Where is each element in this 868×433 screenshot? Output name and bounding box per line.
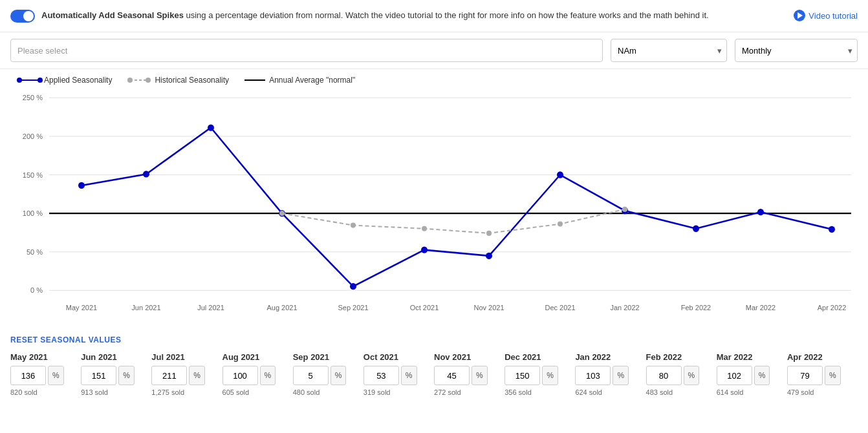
- reset-link[interactable]: RESET SEASONAL VALUES: [0, 330, 131, 350]
- svg-point-28: [78, 182, 85, 189]
- month-col: Apr 2022%479 sold: [787, 352, 858, 396]
- svg-text:100 %: 100 %: [23, 209, 43, 217]
- month-col: Dec 2021%356 sold: [505, 352, 575, 396]
- input-row: %: [646, 366, 717, 385]
- input-row: %: [81, 366, 151, 385]
- svg-point-42: [422, 226, 427, 231]
- sold-label: 1,275 sold: [151, 388, 222, 396]
- seasonal-spikes-toggle[interactable]: [10, 10, 35, 23]
- percent-label: %: [118, 366, 135, 385]
- input-row: %: [10, 366, 81, 385]
- video-tutorial-label: Video tutorial: [808, 11, 858, 21]
- svg-text:Oct 2021: Oct 2021: [410, 304, 439, 312]
- sold-label: 605 sold: [222, 388, 293, 396]
- legend-historical-label: Historical Seasonality: [155, 76, 229, 85]
- value-input[interactable]: [717, 366, 752, 385]
- svg-point-43: [486, 231, 492, 236]
- value-input[interactable]: [151, 366, 187, 385]
- month-col: Oct 2021%319 sold: [363, 352, 434, 396]
- svg-point-30: [208, 124, 214, 131]
- percent-label: %: [260, 366, 276, 385]
- svg-text:Mar 2022: Mar 2022: [746, 304, 776, 312]
- month-label: Feb 2022: [646, 352, 717, 362]
- toggle-desc: using a percentage deviation from normal…: [184, 10, 709, 20]
- value-input[interactable]: [363, 366, 399, 385]
- video-tutorial-link[interactable]: Video tutorial: [794, 10, 858, 21]
- region-select[interactable]: NAm EU: [611, 39, 727, 62]
- month-label: Jan 2022: [575, 352, 646, 362]
- input-row: %: [505, 366, 575, 385]
- value-input[interactable]: [646, 366, 682, 385]
- input-row: %: [717, 366, 787, 385]
- input-row: %: [151, 366, 222, 385]
- month-label: Jun 2021: [81, 352, 151, 362]
- percent-label: %: [684, 366, 700, 385]
- sold-label: 820 sold: [10, 388, 81, 396]
- value-input[interactable]: [505, 366, 540, 385]
- month-col: Mar 2022%614 sold: [717, 352, 787, 396]
- svg-text:Jun 2021: Jun 2021: [131, 304, 160, 312]
- svg-text:150 %: 150 %: [23, 171, 43, 178]
- chart-svg: 250 % 200 % 150 % 100 % 50 % 0 % May 202…: [10, 91, 858, 330]
- month-label: Jul 2021: [151, 352, 222, 362]
- value-input[interactable]: [10, 366, 46, 385]
- sold-label: 480 sold: [293, 388, 363, 396]
- month-label: Nov 2021: [434, 352, 505, 362]
- value-input[interactable]: [575, 366, 611, 385]
- input-row: %: [575, 366, 646, 385]
- period-select[interactable]: Daily Weekly Monthly Yearly: [735, 39, 858, 62]
- percent-label: %: [754, 366, 770, 385]
- historical-line-svg: [127, 77, 151, 83]
- sold-label: 913 sold: [81, 388, 151, 396]
- input-row: %: [222, 366, 293, 385]
- svg-text:200 %: 200 %: [23, 132, 43, 140]
- month-label: Oct 2021: [363, 352, 434, 362]
- svg-text:Nov 2021: Nov 2021: [473, 304, 504, 312]
- chart-area: 250 % 200 % 150 % 100 % 50 % 0 % May 202…: [0, 91, 868, 330]
- percent-label: %: [472, 366, 488, 385]
- value-input[interactable]: [222, 366, 258, 385]
- value-input[interactable]: [293, 366, 329, 385]
- value-input[interactable]: [434, 366, 470, 385]
- percent-label: %: [48, 366, 64, 385]
- chart-legend: Applied Seasonality Historical Seasonali…: [0, 69, 868, 91]
- input-row: %: [363, 366, 434, 385]
- month-col: Aug 2021%605 sold: [222, 352, 293, 396]
- controls-row: Please select NAm EU Daily Weekly Monthl…: [0, 32, 868, 69]
- sold-label: 319 sold: [363, 388, 434, 396]
- svg-text:Jul 2021: Jul 2021: [197, 304, 224, 312]
- svg-text:250 %: 250 %: [23, 94, 43, 101]
- month-col: Nov 2021%272 sold: [434, 352, 505, 396]
- toggle-section: Automatically Add Seasonal Spikes using …: [10, 9, 786, 23]
- svg-point-37: [693, 226, 699, 232]
- svg-point-2: [146, 78, 151, 83]
- month-label: Aug 2021: [222, 352, 293, 362]
- top-bar: Automatically Add Seasonal Spikes using …: [0, 0, 868, 32]
- value-input[interactable]: [81, 366, 116, 385]
- svg-point-34: [486, 253, 492, 259]
- svg-text:Dec 2021: Dec 2021: [545, 304, 575, 312]
- product-select[interactable]: Please select: [10, 39, 603, 62]
- svg-text:50 %: 50 %: [27, 248, 43, 256]
- sold-label: 483 sold: [646, 388, 717, 396]
- legend-average: Annual Average "normal": [244, 76, 355, 85]
- bottom-values: May 2021%820 soldJun 2021%913 soldJul 20…: [0, 350, 868, 407]
- svg-text:Apr 2022: Apr 2022: [818, 304, 847, 312]
- svg-point-1: [127, 78, 133, 83]
- percent-label: %: [542, 366, 558, 385]
- sold-label: 614 sold: [717, 388, 787, 396]
- month-label: Apr 2022: [787, 352, 858, 362]
- svg-text:Aug 2021: Aug 2021: [266, 304, 297, 312]
- month-col: May 2021%820 sold: [10, 352, 81, 396]
- month-label: Dec 2021: [505, 352, 575, 362]
- input-row: %: [787, 366, 858, 385]
- month-col: Feb 2022%483 sold: [646, 352, 717, 396]
- svg-point-45: [622, 207, 627, 212]
- svg-text:Jan 2022: Jan 2022: [610, 304, 639, 312]
- percent-label: %: [613, 366, 629, 385]
- svg-point-39: [829, 226, 835, 233]
- month-label: May 2021: [10, 352, 81, 362]
- value-input[interactable]: [787, 366, 823, 385]
- values-table: May 2021%820 soldJun 2021%913 soldJul 20…: [10, 352, 858, 396]
- month-col: Sep 2021%480 sold: [293, 352, 363, 396]
